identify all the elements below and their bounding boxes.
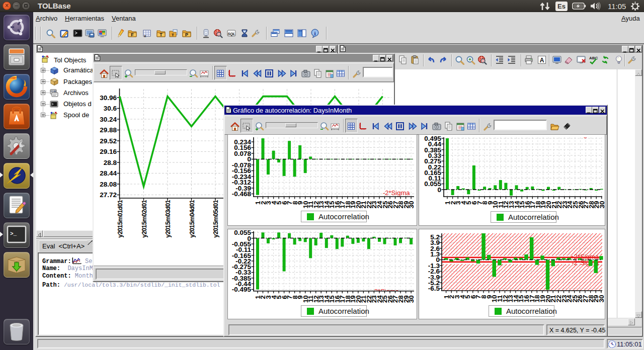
svg-text:+2*Sigma: +2*Sigma [568,135,596,138]
svg-text:29.52: 29.52 [100,137,117,145]
svg-text:0: 0 [437,186,441,194]
svg-text:30: 30 [408,201,415,209]
svg-text:A: A [540,57,544,64]
svg-text:-0.495: -0.495 [232,286,252,293]
svg-text:P: P [185,32,188,37]
svg-text:>_: >_ [10,231,17,237]
svg-text:SQL: SQL [227,32,235,36]
svg-text:F: F [131,32,134,37]
svg-text:T: T [172,33,174,37]
svg-text:y2015m04d01: y2015m04d01 [189,200,196,237]
svg-text:-0.468: -0.468 [232,190,252,198]
svg-text:29.16: 29.16 [100,148,117,155]
svg-text:y2015m02d01: y2015m02d01 [141,200,148,237]
svg-text:30.96: 30.96 [100,94,117,102]
svg-text:30: 30 [598,295,605,303]
svg-text:y2015m05d01: y2015m05d01 [212,200,219,237]
svg-text:-2*Sigma: -2*Sigma [383,189,410,197]
svg-text:30: 30 [598,201,605,209]
svg-text:29.88: 29.88 [100,126,117,134]
svg-text:x: x [144,34,146,38]
svg-text:-6.5: -6.5 [428,285,440,292]
svg-text:30.6: 30.6 [104,105,117,112]
svg-text:27.72: 27.72 [100,191,117,199]
svg-text:i: i [314,30,315,36]
svg-text:30: 30 [408,295,415,303]
svg-text:ABC: ABC [589,56,598,60]
svg-text:28.08: 28.08 [100,181,117,188]
svg-text:T: T [159,32,163,37]
svg-text:y2015m01d01: y2015m01d01 [117,200,124,237]
svg-text:28.8: 28.8 [104,159,117,166]
svg-text:30.24: 30.24 [100,116,117,123]
svg-text:28.44: 28.44 [100,169,117,177]
svg-text:y2015m03d01: y2015m03d01 [165,200,172,237]
